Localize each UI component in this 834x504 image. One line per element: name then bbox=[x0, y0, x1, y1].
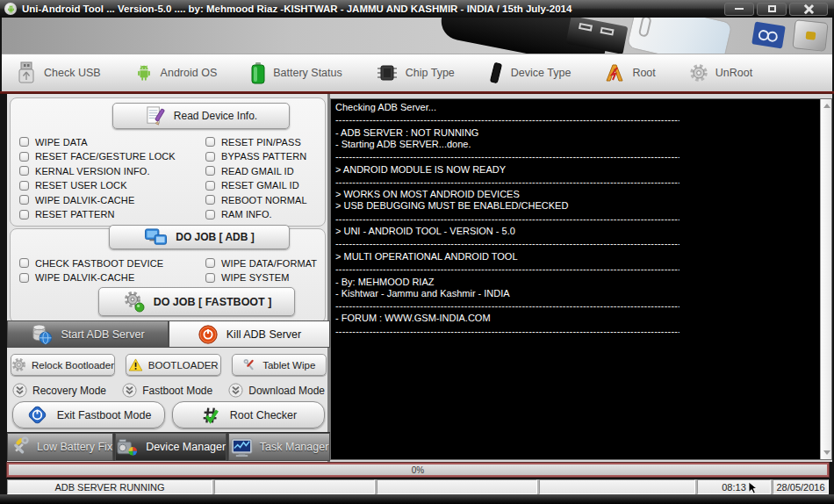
checkbox-label: REBOOT NORMAL bbox=[221, 195, 307, 205]
close-button[interactable] bbox=[789, 3, 828, 16]
checkbox-read-gmail-id[interactable]: READ GMAIL ID bbox=[205, 165, 307, 176]
exit-fastboot-mode-button[interactable]: Exit Fastboot Mode bbox=[12, 401, 165, 428]
checkbox-reset-face-gesture-lock[interactable]: RESET FACE/GESTURE LOCK bbox=[19, 151, 176, 162]
database-globe-icon bbox=[31, 323, 53, 345]
toolbar-item-label: Chip Type bbox=[406, 67, 455, 79]
checkbox-box[interactable] bbox=[19, 181, 29, 191]
toolbar-battery-status[interactable]: Battery Status bbox=[250, 61, 342, 84]
header-banner-photo bbox=[2, 18, 832, 54]
button-label: DO JOB [ ADB ] bbox=[176, 231, 255, 243]
checkbox-box[interactable] bbox=[205, 137, 215, 147]
checkbox-reset-gmail-id[interactable]: RESET GMAIL ID bbox=[205, 180, 307, 191]
checkbox-box[interactable] bbox=[205, 273, 215, 283]
checkbox-bypass-pattern[interactable]: BYPASS PATTERN bbox=[205, 151, 307, 162]
tablet-wipe-button[interactable]: Tablet Wipe bbox=[232, 354, 327, 376]
toolbar-item-label: Check USB bbox=[44, 67, 101, 79]
checkbox-box[interactable] bbox=[205, 210, 215, 220]
adb-checkbox-column-right: RESET PIN/PASSBYPASS PATTERNREAD GMAIL I… bbox=[205, 136, 307, 220]
low-battery-fix-button[interactable]: Low Battery Fix bbox=[7, 433, 113, 461]
toolbar-item-label: Android OS bbox=[161, 67, 218, 79]
console-line: - By: MEHMOOD RIAZ bbox=[335, 277, 814, 288]
window-controls bbox=[724, 3, 828, 16]
console-output: Checking ADB Server...------------------… bbox=[330, 98, 832, 460]
console-line: > ANDROID MODULE IS NOW READY bbox=[335, 164, 814, 176]
checkbox-label: WIPE SYSTEM bbox=[221, 272, 290, 283]
toolbar-item-label: UnRoot bbox=[715, 67, 752, 79]
checkbox-box[interactable] bbox=[19, 195, 29, 205]
toolbar-device-type[interactable]: Device Type bbox=[488, 61, 572, 84]
checkbox-box[interactable] bbox=[205, 152, 215, 162]
checkbox-label: WIPE DALVIK-CACHE bbox=[35, 272, 134, 283]
usb-icon bbox=[16, 61, 37, 84]
do-job-adb-button[interactable]: DO JOB [ ADB ] bbox=[109, 225, 290, 249]
console-line: - FORUM : WWW.GSM-INDIA.COM bbox=[335, 313, 814, 324]
console-separator: ----------------------------------------… bbox=[335, 238, 679, 249]
task-manager-icon bbox=[230, 437, 254, 457]
checkbox-box[interactable] bbox=[19, 166, 29, 176]
checkbox-wipe-system[interactable]: WIPE SYSTEM bbox=[205, 272, 317, 284]
checkbox-box[interactable] bbox=[205, 258, 215, 268]
checkbox-wipe-data[interactable]: WIPE DATA bbox=[19, 136, 176, 148]
main-area: WIPE DATARESET FACE/GESTURE LOCKKERNAL V… bbox=[7, 94, 832, 462]
relock-bootloader-button[interactable]: Relock Bootloader bbox=[11, 354, 115, 376]
status-message: ADB SERVER RUNNING bbox=[7, 479, 212, 494]
toolbar-chip-type[interactable]: Chip Type bbox=[376, 63, 455, 83]
button-label: Kill ADB Server bbox=[226, 328, 301, 341]
checkbox-box[interactable] bbox=[19, 210, 29, 220]
checkbox-reset-user-lock[interactable]: RESET USER LOCK bbox=[19, 180, 176, 191]
bootloader-button[interactable]: BOOTLOADER bbox=[126, 354, 221, 376]
checkbox-wipe-data-format[interactable]: WIPE DATA/FORMAT bbox=[205, 257, 317, 269]
close-icon bbox=[803, 4, 814, 14]
checkbox-check-fastboot-device[interactable]: CHECK FASTBOOT DEVICE bbox=[19, 257, 163, 269]
chevrons-down-icon bbox=[122, 383, 137, 398]
phone-image bbox=[626, 18, 732, 54]
do-job-fastboot-button[interactable]: DO JOB [ FASTBOOT ] bbox=[98, 287, 295, 316]
button-label: Recovery Mode bbox=[32, 385, 106, 397]
recovery-mode-button[interactable]: Recovery Mode bbox=[12, 382, 106, 399]
minimize-button[interactable] bbox=[724, 3, 754, 16]
checkbox-box[interactable] bbox=[19, 258, 29, 268]
checkbox-reset-pattern[interactable]: RESET PATTERN bbox=[19, 209, 176, 220]
checkbox-box[interactable] bbox=[205, 181, 215, 191]
start-adb-server-button[interactable]: Start ADB Server bbox=[7, 320, 169, 348]
checkbox-reset-pin-pass[interactable]: RESET PIN/PASS bbox=[205, 136, 307, 148]
checkbox-box[interactable] bbox=[19, 152, 29, 162]
checkbox-kernal-version-info[interactable]: KERNAL VERSION INFO. bbox=[19, 165, 176, 176]
toolbar-android-os[interactable]: Android OS bbox=[134, 63, 218, 83]
root-checker-button[interactable]: Root Checker bbox=[172, 401, 325, 428]
console-line: Checking ADB Server... bbox=[335, 102, 814, 113]
device-manager-button[interactable]: Device Manager bbox=[115, 433, 226, 461]
maximize-button[interactable] bbox=[757, 3, 787, 16]
battery-icon bbox=[250, 61, 266, 84]
toolbar-root[interactable]: Root bbox=[604, 62, 655, 83]
scroll-up-arrow-icon[interactable] bbox=[823, 104, 830, 108]
fastboot-mode-button[interactable]: Fastboot Mode bbox=[122, 382, 212, 399]
task-manager-button[interactable]: Task Manager bbox=[228, 433, 330, 461]
toolbar-unroot[interactable]: UnRoot bbox=[689, 63, 752, 83]
kill-adb-server-button[interactable]: Kill ADB Server bbox=[169, 320, 330, 348]
checkbox-box[interactable] bbox=[205, 195, 215, 205]
download-mode-button[interactable]: Download Mode bbox=[228, 382, 325, 399]
checkbox-wipe-dalvik-cache[interactable]: WIPE DALVIK-CACHE bbox=[19, 194, 176, 205]
checkbox-wipe-dalvik-cache[interactable]: WIPE DALVIK-CACHE bbox=[19, 272, 163, 284]
console-scrollbar[interactable] bbox=[820, 99, 831, 459]
toolbar-check-usb[interactable]: Check USB bbox=[16, 61, 101, 84]
checkbox-box[interactable] bbox=[19, 273, 29, 283]
checkbox-label: RESET FACE/GESTURE LOCK bbox=[35, 151, 176, 162]
title-bar: Uni-Android Tool ... Version-5.0 .... by… bbox=[0, 0, 834, 18]
fastboot-checkbox-column-right: WIPE DATA/FORMATWIPE SYSTEM bbox=[205, 257, 317, 284]
checkbox-reboot-normal[interactable]: REBOOT NORMAL bbox=[205, 194, 307, 205]
read-device-info-button[interactable]: Read Device Info. bbox=[112, 103, 290, 129]
checkbox-label: WIPE DATA/FORMAT bbox=[221, 258, 317, 269]
checkbox-label: RESET PIN/PASS bbox=[221, 137, 301, 148]
checkbox-label: RESET USER LOCK bbox=[35, 180, 127, 191]
checkbox-ram-info[interactable]: RAM INFO. bbox=[205, 209, 307, 220]
monitors-icon bbox=[144, 227, 169, 248]
checkbox-box[interactable] bbox=[205, 166, 215, 176]
checkbox-box[interactable] bbox=[19, 137, 29, 147]
scroll-down-arrow-icon[interactable] bbox=[823, 450, 830, 455]
progress-bar: 0% bbox=[7, 463, 829, 477]
console-line: - Starting ADB SERVER...done. bbox=[335, 139, 814, 150]
checkbox-label: RESET GMAIL ID bbox=[221, 180, 299, 191]
checkbox-label: READ GMAIL ID bbox=[221, 166, 294, 176]
